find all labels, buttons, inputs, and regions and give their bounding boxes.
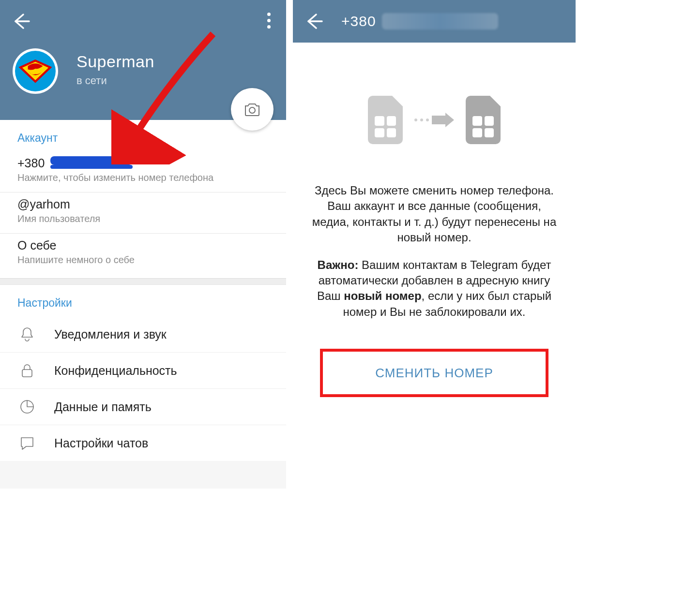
avatar[interactable] (13, 48, 58, 94)
phone-number-row[interactable]: +380 Нажмите, чтобы изменить номер телеф… (0, 151, 286, 193)
phone-hint: Нажмите, чтобы изменить номер телефона (17, 172, 269, 183)
title-phone-prefix: +380 (341, 13, 376, 30)
settings-section-title: Настройки (0, 285, 286, 316)
sim-old-icon (368, 96, 403, 144)
phone-prefix: +380 (17, 156, 45, 170)
change-number-screen: +380 Здесь Вы можете сменить номер телеф… (293, 0, 576, 489)
settings-notifications[interactable]: Уведомления и звук (0, 316, 286, 353)
back-button[interactable] (10, 11, 31, 32)
sim-new-icon (466, 96, 501, 144)
settings-section: Настройки Уведомления и звук Конфиденциа… (0, 285, 286, 461)
svg-rect-2 (22, 370, 32, 377)
username-value: @yarhom (17, 197, 269, 211)
settings-item-label: Данные и память (54, 400, 152, 414)
settings-item-label: Уведомления и звук (54, 327, 167, 341)
settings-data-storage[interactable]: Данные и память (0, 389, 286, 425)
settings-item-label: Конфиденциальность (54, 364, 177, 378)
description-paragraph-2: Важно: Вашим контактам в Telegram будет … (307, 257, 561, 320)
title-phone-redacted (382, 13, 498, 30)
profile-header: Superman в сети (0, 0, 286, 120)
description-paragraph-1: Здесь Вы можете сменить номер телефона. … (307, 183, 561, 246)
settings-item-label: Настройки чатов (54, 436, 148, 450)
lock-icon (17, 362, 37, 379)
change-number-header: +380 (293, 0, 576, 43)
section-divider (0, 278, 286, 285)
svg-point-1 (249, 107, 255, 113)
phone-redacted (50, 157, 133, 170)
change-number-description: Здесь Вы можете сменить номер телефона. … (293, 183, 576, 320)
bell-icon (17, 326, 37, 342)
change-number-button-label: СМЕНИТЬ НОМЕР (375, 366, 493, 381)
settings-chat-settings[interactable]: Настройки чатов (0, 425, 286, 461)
avatar-image (15, 51, 56, 91)
online-status: в сети (76, 74, 107, 87)
back-button[interactable] (303, 11, 324, 32)
change-number-button[interactable]: СМЕНИТЬ НОМЕР (320, 349, 548, 397)
username-hint: Имя пользователя (17, 213, 269, 224)
settings-privacy[interactable]: Конфиденциальность (0, 353, 286, 389)
more-menu-button[interactable] (258, 10, 279, 31)
username-row[interactable]: @yarhom Имя пользователя (0, 193, 286, 234)
display-name: Superman (76, 52, 154, 71)
about-row[interactable]: О себе Напишите немного о себе (0, 234, 286, 274)
svg-marker-5 (432, 113, 454, 127)
header-title: +380 (341, 13, 498, 30)
sim-transfer-graphic (293, 43, 576, 183)
transfer-arrow-icon (414, 113, 454, 127)
account-section: Аккаунт +380 Нажмите, чтобы изменить ном… (0, 120, 286, 278)
settings-profile-screen: Superman в сети Аккаунт +380 Нажмите, чт (0, 0, 286, 489)
about-hint: Напишите немного о себе (17, 254, 269, 266)
pie-chart-icon (17, 399, 37, 415)
chat-icon (17, 435, 37, 451)
change-photo-button[interactable] (231, 88, 274, 131)
about-label: О себе (17, 238, 269, 252)
